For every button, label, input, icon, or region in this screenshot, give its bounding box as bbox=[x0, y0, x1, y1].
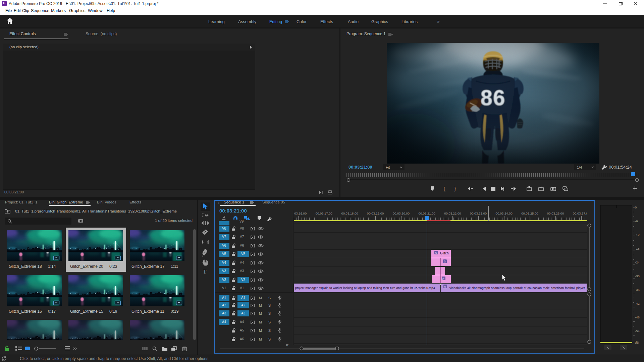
svg-text:}: } bbox=[453, 186, 457, 192]
svg-text:fx: fx bbox=[444, 285, 446, 288]
svg-text:fx: fx bbox=[435, 251, 437, 254]
svg-text:T: T bbox=[203, 268, 207, 275]
svg-text:{: { bbox=[443, 186, 446, 192]
svg-text:fx: fx bbox=[444, 260, 446, 263]
svg-text:fx: fx bbox=[442, 277, 444, 280]
